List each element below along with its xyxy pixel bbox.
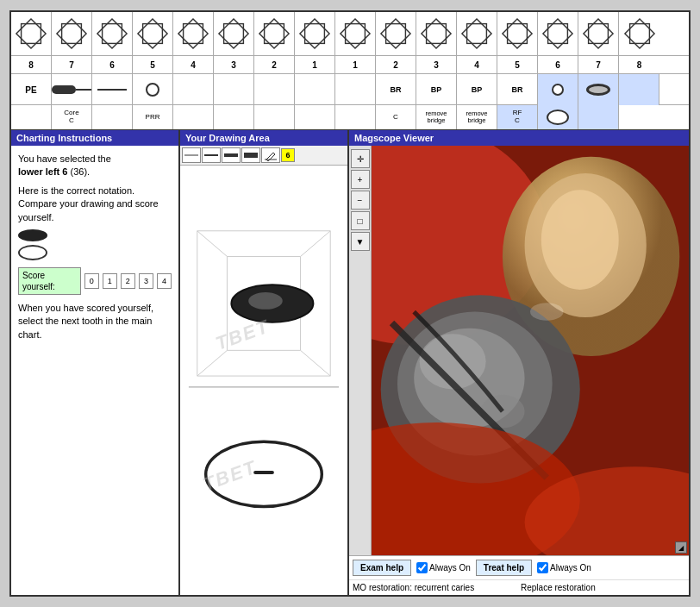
label-oval-outline	[538, 105, 578, 129]
treat-always-on-checkbox[interactable]	[537, 562, 548, 573]
magscope-header: Magscope Viewer	[349, 130, 689, 146]
tooth-cell-upper-9[interactable]	[335, 12, 376, 55]
treat-help-text: Replace restoration	[521, 583, 685, 592]
eraser-tool[interactable]	[261, 147, 280, 163]
svg-point-68	[530, 303, 564, 321]
tooth-num-6-right: 6	[538, 56, 578, 73]
svg-rect-23	[467, 24, 487, 44]
svg-rect-29	[589, 24, 609, 44]
tooth-num-7-left: 7	[52, 56, 92, 73]
svg-rect-3	[62, 24, 82, 44]
svg-rect-17	[346, 24, 366, 44]
tooth-cell-upper-14[interactable]	[538, 12, 578, 55]
move-control[interactable]: ✛	[351, 149, 370, 168]
tooth-num-4-right: 4	[457, 56, 497, 73]
label-empty-2	[92, 105, 133, 129]
label-core-c: CoreC	[52, 105, 92, 129]
charting-content: You have selected the lower left 6 (36).…	[11, 146, 178, 595]
tooth-cell-upper-3[interactable]	[92, 12, 133, 55]
notation-empty-7	[254, 74, 295, 105]
treat-always-on-label: Always On	[550, 563, 591, 573]
next-tooth-text: When you have scored yourself, select th…	[18, 302, 172, 341]
draw-number-badge: 6	[281, 148, 295, 162]
exam-always-on-checkbox[interactable]	[416, 562, 428, 573]
svg-rect-25	[508, 24, 528, 44]
zoom-in-control[interactable]: +	[351, 170, 370, 189]
label-empty-hl	[578, 105, 619, 129]
svg-rect-27	[548, 24, 568, 44]
fit-control[interactable]: □	[351, 211, 370, 230]
tooth-cell-upper-10[interactable]	[376, 12, 416, 55]
tooth-cell-upper-1[interactable]	[11, 12, 52, 55]
charting-header: Charting Instructions	[11, 130, 178, 146]
bottom-section: Charting Instructions You have selected …	[11, 130, 689, 595]
very-thick-line-tool[interactable]	[241, 147, 260, 163]
tooth-num-2-right: 2	[376, 56, 416, 73]
magscope-panel: Magscope Viewer ✛ + − □ ▼	[349, 130, 689, 595]
tooth-num-5-left: 5	[133, 56, 173, 73]
svg-rect-15	[305, 24, 325, 44]
tooth-num-8-right: 8	[619, 56, 659, 73]
svg-rect-31	[629, 24, 649, 44]
notation-row: PE BR	[11, 74, 689, 105]
tooth-cell-upper-6[interactable]	[214, 12, 254, 55]
notation-bp-left: BP	[416, 74, 457, 105]
zoom-out-control[interactable]: −	[351, 191, 370, 210]
tooth-num-3-right: 3	[416, 56, 457, 73]
treat-help-button[interactable]: Treat help	[476, 560, 532, 576]
tooth-name: lower left 6	[18, 166, 67, 177]
tooth-cell-upper-11[interactable]	[416, 12, 457, 55]
tooth-cell-upper-7[interactable]	[254, 12, 295, 55]
svg-rect-35	[244, 153, 258, 158]
tooth-num-6-left: 6	[92, 56, 133, 73]
score-btn-3[interactable]: 3	[139, 273, 153, 289]
tooth-num-2-left: 2	[254, 56, 295, 73]
label-remove-bridge-left: removebridge	[416, 105, 457, 129]
notation-empty-9	[335, 74, 376, 105]
notation-pe: PE	[11, 74, 52, 105]
medium-line-tool[interactable]	[202, 147, 221, 163]
tooth-cell-upper-15[interactable]	[578, 12, 619, 55]
tooth-cell-upper-12[interactable]	[457, 12, 497, 55]
svg-line-43	[197, 350, 228, 376]
tooth-num-3-left: 3	[214, 56, 254, 73]
tooth-num-1-right: 1	[335, 56, 376, 73]
svg-rect-5	[103, 24, 122, 44]
notation-empty-8	[295, 74, 335, 105]
score-btn-0[interactable]: 0	[84, 273, 99, 289]
resize-corner[interactable]: ◢	[675, 541, 687, 554]
score-btn-4[interactable]: 4	[157, 273, 172, 289]
label-empty-4	[214, 105, 254, 129]
tooth-cell-upper-8[interactable]	[295, 12, 335, 55]
label-prr: PRR	[133, 105, 173, 129]
thin-line-tool[interactable]	[182, 147, 201, 163]
notation-br-right: BR	[497, 74, 538, 105]
tooth-num-7-right: 7	[578, 56, 619, 73]
label-empty-1	[11, 105, 52, 129]
label-row: CoreC PRR C removebridge removebridge RF…	[11, 105, 689, 129]
exam-help-button[interactable]: Exam help	[353, 560, 411, 576]
svg-rect-11	[224, 24, 244, 44]
label-c: C	[376, 105, 416, 129]
label-rf-c: RFC	[497, 105, 538, 129]
drawing-toolbar: 6	[180, 146, 347, 166]
thick-line-tool[interactable]	[222, 147, 241, 163]
notation-empty-highlighted	[619, 74, 659, 105]
drawing-canvas[interactable]: TBET TBET	[180, 166, 347, 595]
svg-point-60	[541, 190, 619, 290]
down-control[interactable]: ▼	[351, 232, 370, 251]
tooth-cell-upper-16[interactable]	[619, 12, 659, 55]
treat-always-on: Always On	[537, 562, 591, 573]
exam-treat-row: Exam help Always On Treat help Always On	[349, 556, 689, 580]
exam-help-text: MO restoration: recurrent caries	[353, 583, 517, 592]
label-remove-bridge-right: removebridge	[457, 105, 497, 129]
magscope-content: ✛ + − □ ▼	[349, 146, 689, 555]
score-btn-2[interactable]: 2	[121, 273, 135, 289]
tooth-cell-upper-2[interactable]	[52, 12, 92, 55]
upper-tooth-row	[11, 12, 689, 56]
tooth-cell-upper-4[interactable]	[133, 12, 173, 55]
score-btn-1[interactable]: 1	[103, 273, 117, 289]
tooth-cell-upper-5[interactable]	[173, 12, 214, 55]
tooth-cell-upper-13[interactable]	[497, 12, 538, 55]
label-empty-7	[335, 105, 376, 129]
